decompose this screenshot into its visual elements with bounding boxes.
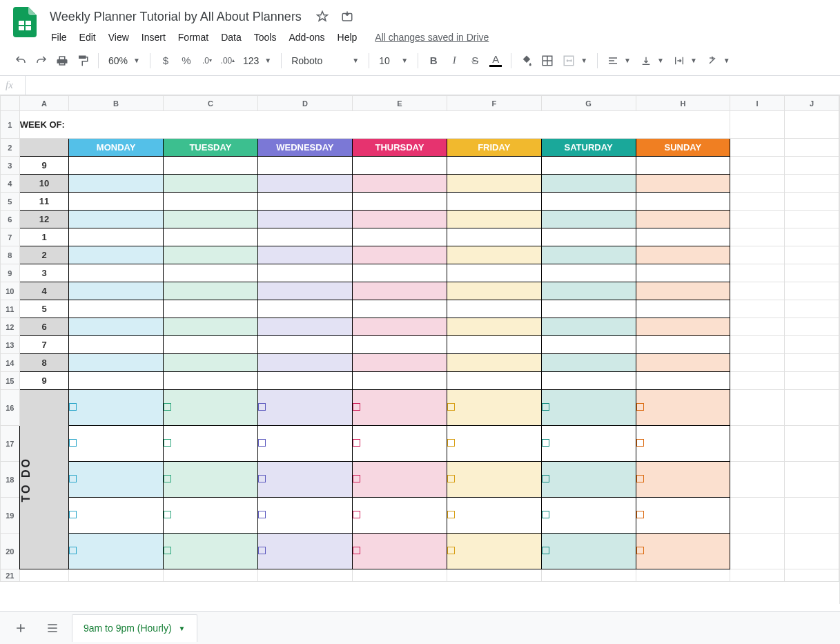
planner-slot[interactable]: [352, 264, 447, 282]
planner-slot[interactable]: [163, 175, 257, 193]
checkbox-icon[interactable]: [353, 403, 360, 411]
planner-slot[interactable]: [69, 193, 164, 211]
col-header-F[interactable]: F: [447, 96, 541, 111]
planner-slot[interactable]: [447, 318, 541, 336]
planner-slot[interactable]: [69, 157, 164, 175]
checkbox-icon[interactable]: [353, 547, 360, 554]
planner-slot[interactable]: [163, 264, 257, 282]
checkbox-icon[interactable]: [164, 439, 171, 447]
checkbox-icon[interactable]: [636, 439, 644, 447]
planner-slot[interactable]: [163, 300, 257, 318]
checkbox-icon[interactable]: [164, 511, 171, 518]
todo-cell[interactable]: [352, 534, 447, 569]
planner-slot[interactable]: [447, 336, 541, 354]
text-color-button[interactable]: A: [486, 51, 505, 70]
checkbox-icon[interactable]: [164, 475, 171, 482]
hour-label[interactable]: 8: [19, 354, 68, 372]
fill-color-button[interactable]: [517, 51, 536, 70]
formula-input[interactable]: [26, 76, 840, 95]
planner-slot[interactable]: [163, 228, 257, 246]
todo-cell[interactable]: [447, 390, 541, 426]
row-header-3[interactable]: 3: [1, 157, 20, 175]
menu-tools[interactable]: Tools: [248, 29, 282, 46]
planner-slot[interactable]: [163, 211, 257, 228]
planner-slot[interactable]: [447, 264, 541, 282]
col-header-B[interactable]: B: [69, 96, 164, 111]
planner-slot[interactable]: [69, 300, 164, 318]
row-header-18[interactable]: 18: [1, 462, 20, 498]
menu-format[interactable]: Format: [173, 29, 214, 46]
planner-slot[interactable]: [447, 157, 541, 175]
todo-cell[interactable]: [541, 462, 636, 498]
checkbox-icon[interactable]: [542, 547, 549, 554]
planner-slot[interactable]: [257, 336, 352, 354]
todo-cell[interactable]: [636, 390, 730, 426]
day-header-saturday[interactable]: SATURDAY: [541, 139, 636, 157]
checkbox-icon[interactable]: [353, 475, 360, 482]
planner-slot[interactable]: [447, 211, 541, 228]
row-header-10[interactable]: 10: [1, 282, 20, 300]
planner-slot[interactable]: [447, 354, 541, 372]
todo-cell[interactable]: [636, 534, 730, 569]
todo-cell[interactable]: [541, 390, 636, 426]
font-size-select[interactable]: 10▼: [375, 51, 412, 70]
todo-cell[interactable]: [163, 426, 257, 462]
todo-cell[interactable]: [447, 498, 541, 534]
checkbox-icon[interactable]: [542, 475, 549, 482]
planner-slot[interactable]: [636, 228, 730, 246]
todo-cell[interactable]: [352, 498, 447, 534]
doc-title[interactable]: Weekly Planner Tutorial by All About Pla…: [46, 8, 306, 26]
checkbox-icon[interactable]: [69, 439, 77, 447]
todo-cell[interactable]: [636, 426, 730, 462]
planner-slot[interactable]: [163, 246, 257, 264]
hour-label[interactable]: 9: [19, 372, 68, 390]
hour-label[interactable]: 10: [19, 175, 68, 193]
checkbox-icon[interactable]: [258, 511, 266, 518]
blank-cell[interactable]: [730, 569, 785, 582]
todo-cell[interactable]: [163, 462, 257, 498]
checkbox-icon[interactable]: [164, 547, 171, 554]
text-rotate-button[interactable]: ▼: [703, 51, 734, 70]
planner-slot[interactable]: [541, 246, 636, 264]
planner-slot[interactable]: [541, 282, 636, 300]
planner-slot[interactable]: [352, 300, 447, 318]
more-formats-select[interactable]: 123▼: [239, 51, 275, 70]
planner-slot[interactable]: [541, 300, 636, 318]
row-header-13[interactable]: 13: [1, 336, 20, 354]
planner-slot[interactable]: [69, 228, 164, 246]
planner-slot[interactable]: [447, 175, 541, 193]
blank-cell[interactable]: [541, 569, 636, 582]
day-header-monday[interactable]: MONDAY: [69, 139, 164, 157]
row-header-20[interactable]: 20: [1, 534, 20, 569]
zoom-select[interactable]: 60%▼: [104, 51, 144, 70]
planner-slot[interactable]: [541, 318, 636, 336]
planner-slot[interactable]: [636, 157, 730, 175]
planner-slot[interactable]: [163, 282, 257, 300]
day-header-sunday[interactable]: SUNDAY: [636, 139, 730, 157]
todo-header[interactable]: TO DO: [19, 390, 68, 569]
checkbox-icon[interactable]: [353, 511, 360, 518]
todo-cell[interactable]: [352, 390, 447, 426]
planner-slot[interactable]: [69, 282, 164, 300]
row-header-4[interactable]: 4: [1, 175, 20, 193]
blank-cell[interactable]: [785, 569, 839, 582]
row-header-5[interactable]: 5: [1, 193, 20, 211]
planner-slot[interactable]: [163, 372, 257, 390]
week-of-title[interactable]: WEEK OF:: [19, 111, 730, 139]
planner-slot[interactable]: [636, 372, 730, 390]
percent-button[interactable]: %: [177, 51, 196, 70]
col-header-D[interactable]: D: [257, 96, 352, 111]
day-header-tuesday[interactable]: TUESDAY: [163, 139, 257, 157]
planner-slot[interactable]: [257, 157, 352, 175]
planner-slot[interactable]: [352, 318, 447, 336]
col-header-A[interactable]: A: [19, 96, 68, 111]
planner-slot[interactable]: [69, 336, 164, 354]
planner-slot[interactable]: [257, 228, 352, 246]
planner-slot[interactable]: [352, 193, 447, 211]
planner-slot[interactable]: [447, 246, 541, 264]
checkbox-icon[interactable]: [69, 475, 77, 482]
planner-slot[interactable]: [352, 246, 447, 264]
row-header-19[interactable]: 19: [1, 498, 20, 534]
planner-slot[interactable]: [352, 157, 447, 175]
todo-cell[interactable]: [257, 462, 352, 498]
